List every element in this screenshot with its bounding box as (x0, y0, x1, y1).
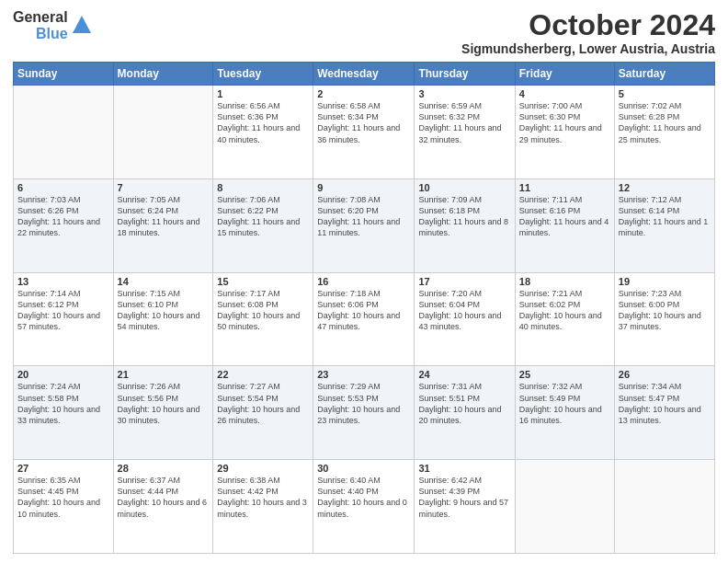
day-info: Sunrise: 7:17 AMSunset: 6:08 PMDaylight:… (217, 289, 300, 331)
calendar-header-row: Sunday Monday Tuesday Wednesday Thursday… (14, 63, 715, 86)
calendar-week-row: 1Sunrise: 6:56 AMSunset: 6:36 PMDaylight… (14, 86, 715, 179)
day-number: 17 (418, 276, 510, 287)
svg-marker-0 (73, 16, 91, 33)
table-row: 26Sunrise: 7:34 AMSunset: 5:47 PMDayligh… (614, 366, 714, 460)
logo-line2: Blue (36, 26, 68, 42)
day-info: Sunrise: 7:06 AMSunset: 6:22 PMDaylight:… (217, 195, 300, 237)
day-info: Sunrise: 6:42 AMSunset: 4:39 PMDaylight:… (418, 476, 508, 518)
day-info: Sunrise: 7:03 AMSunset: 6:26 PMDaylight:… (17, 195, 100, 237)
day-number: 26 (619, 369, 711, 380)
day-info: Sunrise: 7:31 AMSunset: 5:51 PMDaylight:… (418, 382, 501, 424)
day-info: Sunrise: 6:58 AMSunset: 6:34 PMDaylight:… (317, 101, 400, 144)
title-area: October 2024 Sigmundsherberg, Lower Aust… (461, 9, 715, 56)
day-number: 23 (317, 369, 410, 380)
table-row: 8Sunrise: 7:06 AMSunset: 6:22 PMDaylight… (213, 178, 313, 272)
col-monday: Monday (113, 63, 213, 86)
day-number: 19 (619, 276, 711, 287)
table-row: 3Sunrise: 6:59 AMSunset: 6:32 PMDaylight… (415, 86, 515, 179)
table-row (113, 86, 213, 179)
logo-line1: General (13, 9, 68, 26)
table-row: 4Sunrise: 7:00 AMSunset: 6:30 PMDaylight… (515, 86, 614, 179)
day-number: 31 (418, 463, 510, 474)
table-row: 22Sunrise: 7:27 AMSunset: 5:54 PMDayligh… (213, 366, 313, 460)
day-number: 22 (217, 369, 309, 380)
day-number: 6 (17, 182, 109, 193)
day-info: Sunrise: 7:23 AMSunset: 6:00 PMDaylight:… (619, 289, 701, 331)
day-info: Sunrise: 7:18 AMSunset: 6:06 PMDaylight:… (317, 289, 400, 331)
day-number: 15 (217, 276, 309, 287)
col-friday: Friday (515, 63, 614, 86)
table-row: 19Sunrise: 7:23 AMSunset: 6:00 PMDayligh… (614, 272, 714, 366)
day-number: 24 (418, 369, 510, 380)
day-number: 18 (519, 276, 610, 287)
calendar-week-row: 27Sunrise: 6:35 AMSunset: 4:45 PMDayligh… (14, 460, 715, 554)
day-info: Sunrise: 7:12 AMSunset: 6:14 PMDaylight:… (619, 195, 709, 237)
day-info: Sunrise: 7:15 AMSunset: 6:10 PMDaylight:… (118, 289, 200, 331)
col-wednesday: Wednesday (313, 63, 415, 86)
day-info: Sunrise: 7:14 AMSunset: 6:12 PMDaylight:… (17, 289, 100, 331)
calendar-week-row: 13Sunrise: 7:14 AMSunset: 6:12 PMDayligh… (14, 272, 715, 366)
day-number: 14 (118, 276, 210, 287)
logo-area: General Blue (13, 9, 92, 41)
table-row: 28Sunrise: 6:37 AMSunset: 4:44 PMDayligh… (113, 460, 213, 554)
col-saturday: Saturday (614, 63, 714, 86)
table-row: 16Sunrise: 7:18 AMSunset: 6:06 PMDayligh… (313, 272, 415, 366)
calendar-week-row: 6Sunrise: 7:03 AMSunset: 6:26 PMDaylight… (14, 178, 715, 272)
table-row: 20Sunrise: 7:24 AMSunset: 5:58 PMDayligh… (14, 366, 114, 460)
day-info: Sunrise: 7:20 AMSunset: 6:04 PMDaylight:… (418, 289, 501, 331)
day-number: 21 (118, 369, 210, 380)
table-row: 17Sunrise: 7:20 AMSunset: 6:04 PMDayligh… (415, 272, 515, 366)
day-number: 10 (418, 182, 510, 193)
day-info: Sunrise: 6:56 AMSunset: 6:36 PMDaylight:… (217, 101, 300, 144)
table-row: 13Sunrise: 7:14 AMSunset: 6:12 PMDayligh… (14, 272, 114, 366)
month-title: October 2024 (461, 9, 715, 41)
table-row: 29Sunrise: 6:38 AMSunset: 4:42 PMDayligh… (213, 460, 313, 554)
table-row: 9Sunrise: 7:08 AMSunset: 6:20 PMDaylight… (313, 178, 415, 272)
table-row: 5Sunrise: 7:02 AMSunset: 6:28 PMDaylight… (614, 86, 714, 179)
day-number: 25 (519, 369, 610, 380)
table-row: 24Sunrise: 7:31 AMSunset: 5:51 PMDayligh… (415, 366, 515, 460)
day-info: Sunrise: 6:35 AMSunset: 4:45 PMDaylight:… (17, 476, 100, 518)
day-info: Sunrise: 7:27 AMSunset: 5:54 PMDaylight:… (217, 382, 300, 424)
table-row: 15Sunrise: 7:17 AMSunset: 6:08 PMDayligh… (213, 272, 313, 366)
table-row (614, 460, 714, 554)
day-number: 13 (17, 276, 109, 287)
day-number: 5 (619, 88, 711, 99)
day-number: 4 (519, 88, 610, 99)
table-row: 23Sunrise: 7:29 AMSunset: 5:53 PMDayligh… (313, 366, 415, 460)
day-info: Sunrise: 6:40 AMSunset: 4:40 PMDaylight:… (317, 476, 407, 518)
day-number: 20 (17, 369, 109, 380)
table-row: 27Sunrise: 6:35 AMSunset: 4:45 PMDayligh… (14, 460, 114, 554)
day-info: Sunrise: 7:21 AMSunset: 6:02 PMDaylight:… (519, 289, 602, 331)
location-title: Sigmundsherberg, Lower Austria, Austria (461, 41, 715, 56)
day-info: Sunrise: 7:32 AMSunset: 5:49 PMDaylight:… (519, 382, 602, 424)
day-number: 16 (317, 276, 410, 287)
table-row: 1Sunrise: 6:56 AMSunset: 6:36 PMDaylight… (213, 86, 313, 179)
day-info: Sunrise: 7:26 AMSunset: 5:56 PMDaylight:… (118, 382, 200, 424)
day-number: 27 (17, 463, 109, 474)
day-number: 11 (519, 182, 610, 193)
day-info: Sunrise: 7:00 AMSunset: 6:30 PMDaylight:… (519, 101, 602, 144)
day-number: 8 (217, 182, 309, 193)
day-info: Sunrise: 6:38 AMSunset: 4:42 PMDaylight:… (217, 476, 307, 518)
day-info: Sunrise: 7:08 AMSunset: 6:20 PMDaylight:… (317, 195, 400, 237)
table-row: 31Sunrise: 6:42 AMSunset: 4:39 PMDayligh… (415, 460, 515, 554)
table-row: 14Sunrise: 7:15 AMSunset: 6:10 PMDayligh… (113, 272, 213, 366)
header: General Blue October 2024 Sigmundsherber… (13, 9, 715, 56)
table-row: 11Sunrise: 7:11 AMSunset: 6:16 PMDayligh… (515, 178, 614, 272)
day-number: 1 (217, 88, 309, 99)
table-row: 25Sunrise: 7:32 AMSunset: 5:49 PMDayligh… (515, 366, 614, 460)
day-number: 3 (418, 88, 510, 99)
day-info: Sunrise: 7:24 AMSunset: 5:58 PMDaylight:… (17, 382, 100, 424)
table-row: 6Sunrise: 7:03 AMSunset: 6:26 PMDaylight… (14, 178, 114, 272)
table-row (14, 86, 114, 179)
calendar-week-row: 20Sunrise: 7:24 AMSunset: 5:58 PMDayligh… (14, 366, 715, 460)
day-info: Sunrise: 7:02 AMSunset: 6:28 PMDaylight:… (619, 101, 701, 144)
day-info: Sunrise: 6:59 AMSunset: 6:32 PMDaylight:… (418, 101, 501, 144)
table-row: 7Sunrise: 7:05 AMSunset: 6:24 PMDaylight… (113, 178, 213, 272)
day-info: Sunrise: 7:05 AMSunset: 6:24 PMDaylight:… (118, 195, 200, 237)
day-number: 28 (118, 463, 210, 474)
table-row: 30Sunrise: 6:40 AMSunset: 4:40 PMDayligh… (313, 460, 415, 554)
table-row: 12Sunrise: 7:12 AMSunset: 6:14 PMDayligh… (614, 178, 714, 272)
day-number: 29 (217, 463, 309, 474)
